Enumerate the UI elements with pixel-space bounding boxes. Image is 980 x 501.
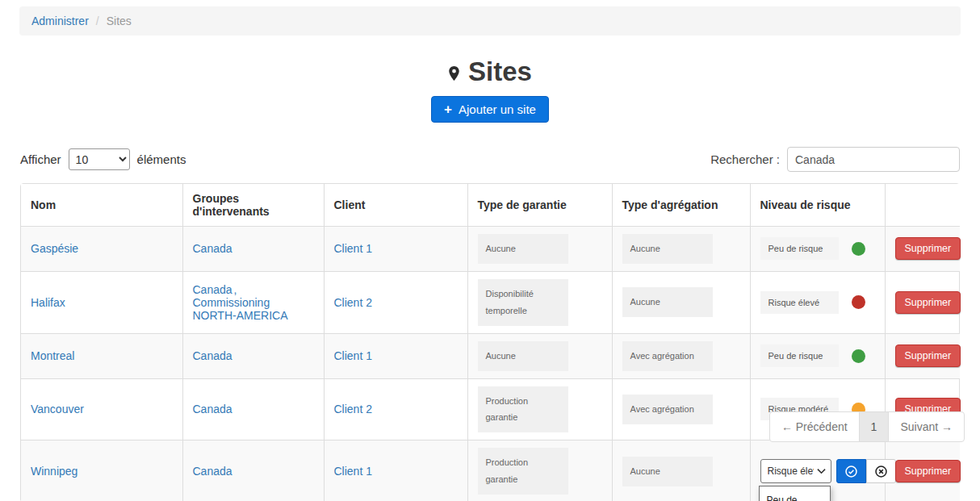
group-link[interactable]: Canada [193, 465, 232, 478]
group-link[interactable]: Canada [193, 242, 232, 255]
table-row-winnipeg: Winnipeg Canada Client 1 Production gara… [21, 440, 960, 501]
client-link[interactable]: Client 2 [334, 296, 372, 309]
page-length-select[interactable]: 10 [69, 148, 130, 170]
plus-icon: + [444, 102, 452, 116]
sites-table-wrapper: Nom Groupes d'intervenants Client Type d… [20, 183, 960, 501]
risk-status-dot [852, 349, 865, 363]
risk-status-dot [852, 242, 865, 256]
breadcrumb-separator: / [96, 15, 99, 27]
group-link[interactable]: Canada [193, 403, 232, 415]
cancel-risk-button[interactable] [866, 459, 896, 483]
pagination-next-button[interactable]: Suivant → [888, 411, 965, 442]
group-link[interactable]: Commissioning NORTH-AMERICA [193, 296, 288, 322]
search-input[interactable] [787, 147, 960, 172]
risk-level-dropdown: Peu de risque Risque modéré Risque élevé [759, 486, 831, 501]
check-circle-icon [844, 465, 858, 478]
client-link[interactable]: Client 1 [334, 465, 372, 478]
group-separator: , [234, 283, 237, 296]
x-circle-icon [874, 465, 888, 478]
site-link[interactable]: Winnipeg [31, 465, 77, 478]
delete-button[interactable]: Supprimer [895, 237, 961, 260]
site-link[interactable]: Halifax [31, 296, 65, 309]
pagination-page-1-button[interactable]: 1 [859, 411, 890, 442]
guarantee-type-field[interactable]: Production garantie [478, 386, 568, 433]
breadcrumb-current: Sites [107, 15, 132, 27]
risk-level-select-value: Risque élevé [768, 466, 814, 477]
client-link[interactable]: Client 2 [334, 403, 372, 415]
table-row-halifax: Halifax Canada, Commissioning NORTH-AMER… [21, 271, 960, 333]
column-header-client[interactable]: Client [324, 184, 467, 227]
client-link[interactable]: Client 1 [334, 349, 372, 362]
risk-level-field[interactable]: Peu de risque [760, 237, 839, 260]
aggregation-type-field[interactable]: Aucune [622, 287, 713, 317]
pagination: ← Précédent 1 Suivant → [769, 411, 965, 442]
page-length-control: Afficher 10 éléments [20, 148, 186, 170]
table-row-montreal: Montreal Canada Client 1 Aucune Avec agr… [21, 333, 960, 378]
search-label: Rechercher : [710, 152, 780, 166]
aggregation-type-field[interactable]: Avec agrégation [622, 395, 713, 424]
table-row-gaspesie: Gaspésie Canada Client 1 Aucune Aucune P… [21, 227, 960, 272]
site-link[interactable]: Gaspésie [31, 242, 78, 255]
dropdown-option-peu-de-risque[interactable]: Peu de risque [760, 486, 830, 501]
group-link[interactable]: Canada [193, 349, 232, 362]
show-label-suffix: éléments [137, 152, 186, 166]
table-controls: Afficher 10 éléments Rechercher : [20, 147, 960, 172]
risk-level-field[interactable]: Risque élevé [760, 291, 839, 314]
chevron-down-icon [817, 468, 826, 474]
client-link[interactable]: Client 1 [334, 242, 372, 255]
add-site-button-label: Ajouter un site [459, 102, 536, 116]
sites-table: Nom Groupes d'intervenants Client Type d… [21, 184, 960, 501]
pagination-previous-button[interactable]: ← Précédent [769, 411, 860, 442]
guarantee-type-field[interactable]: Disponibilité temporelle [478, 279, 568, 326]
column-header-niveau-risque[interactable]: Niveau de risque [750, 184, 885, 227]
delete-button[interactable]: Supprimer [895, 344, 961, 367]
site-link[interactable]: Vancouver [31, 403, 84, 415]
show-label-prefix: Afficher [20, 152, 61, 166]
delete-button[interactable]: Supprimer [895, 291, 961, 314]
delete-button[interactable]: Supprimer [895, 460, 961, 482]
column-header-nom[interactable]: Nom [21, 184, 182, 227]
guarantee-type-field[interactable]: Aucune [478, 234, 568, 264]
guarantee-type-field[interactable]: Production garantie [478, 448, 568, 495]
column-header-type-garantie[interactable]: Type de garantie [467, 184, 612, 227]
column-header-groupes[interactable]: Groupes d'intervenants [182, 184, 324, 227]
search-control: Rechercher : [710, 147, 960, 172]
table-header-row: Nom Groupes d'intervenants Client Type d… [21, 184, 960, 227]
column-header-type-agregation[interactable]: Type d'agrégation [612, 184, 750, 227]
breadcrumb: Administrer / Sites [19, 6, 961, 35]
risk-level-editor: Risque élevé Peu de risque Risque modéré… [760, 459, 875, 483]
risk-status-dot [852, 295, 865, 309]
page-title-text: Sites [468, 56, 532, 87]
aggregation-type-field[interactable]: Aucune [622, 457, 713, 486]
map-marker-icon [448, 65, 460, 81]
add-site-button[interactable]: + Ajouter un site [431, 96, 549, 123]
group-link[interactable]: Canada [193, 283, 232, 296]
guarantee-type-field[interactable]: Aucune [478, 341, 568, 371]
page-title: Sites [448, 56, 532, 87]
risk-level-select[interactable]: Risque élevé [760, 459, 831, 483]
aggregation-type-field[interactable]: Avec agrégation [622, 341, 713, 371]
risk-level-field[interactable]: Peu de risque [760, 344, 839, 367]
breadcrumb-link-administrer[interactable]: Administrer [31, 15, 89, 27]
column-header-actions [885, 184, 960, 227]
site-link[interactable]: Montreal [31, 349, 74, 362]
aggregation-type-field[interactable]: Aucune [622, 234, 713, 264]
confirm-risk-button[interactable] [836, 459, 866, 483]
